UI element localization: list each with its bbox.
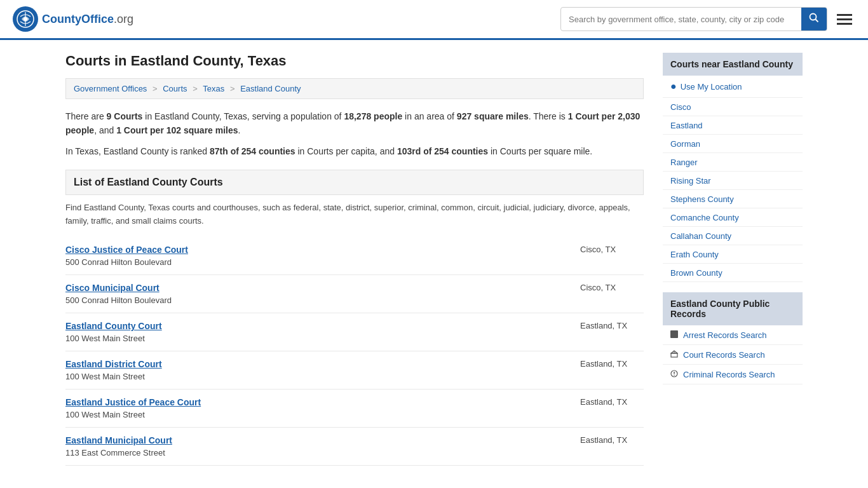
- search-button[interactable]: [801, 8, 827, 30]
- search-bar: [560, 7, 827, 31]
- court-address: 113 East Commerce Street: [65, 448, 165, 458]
- breadcrumb-texas[interactable]: Texas: [203, 84, 224, 93]
- public-record-item[interactable]: Court Records Search: [663, 345, 803, 365]
- rank1: 87th of 254 counties: [210, 146, 295, 156]
- court-icon: [670, 349, 678, 360]
- court-name-link[interactable]: Eastland Municipal Court: [65, 435, 567, 445]
- court-name-link[interactable]: Eastland County Court: [65, 321, 567, 331]
- breadcrumb: Government Offices > Courts > Texas > Ea…: [65, 78, 644, 99]
- court-item: Cisco Municipal Court 500 Conrad Hilton …: [65, 275, 644, 313]
- sidebar-nearby-title: Courts near Eastland County: [663, 53, 803, 76]
- court-info: Cisco Justice of Peace Court 500 Conrad …: [65, 245, 567, 267]
- court-item: Eastland Municipal Court 113 East Commer…: [65, 428, 644, 466]
- court-address: 500 Conrad Hilton Boulevard: [65, 257, 172, 267]
- arrest-icon: [670, 330, 678, 340]
- court-city: Eastland, TX: [567, 435, 644, 445]
- court-item: Cisco Justice of Peace Court 500 Conrad …: [65, 237, 644, 275]
- public-record-item[interactable]: Arrest Records Search: [663, 325, 803, 345]
- header-search-area: [560, 7, 855, 31]
- court-city: Eastland, TX: [567, 397, 644, 407]
- sidebar-city-link[interactable]: Gorman: [670, 139, 700, 149]
- court-address: 100 West Main Street: [65, 334, 145, 343]
- summary-text-1: There are 9 Courts in Eastland County, T…: [65, 109, 644, 138]
- sidebar-city-item[interactable]: Comanche County: [663, 208, 803, 227]
- court-city: Cisco, TX: [567, 283, 644, 292]
- court-item: Eastland County Court 100 West Main Stre…: [65, 313, 644, 351]
- sidebar-city-link[interactable]: Eastland: [670, 121, 703, 130]
- svg-point-10: [674, 375, 675, 376]
- court-info: Eastland District Court 100 West Main St…: [65, 359, 567, 381]
- use-location[interactable]: ● Use My Location: [663, 76, 803, 98]
- breadcrumb-sep-3: >: [230, 84, 237, 93]
- court-item: Eastland Justice of Peace Court 100 West…: [65, 390, 644, 428]
- per-sqmile: 1 Court per 102 square miles: [116, 125, 238, 135]
- court-info: Eastland Municipal Court 113 East Commer…: [65, 435, 567, 458]
- breadcrumb-sep-2: >: [193, 84, 200, 93]
- sidebar-city-item[interactable]: Gorman: [663, 135, 803, 153]
- logo-icon: [13, 6, 38, 32]
- hamburger-menu-button[interactable]: [834, 11, 855, 28]
- sidebar-city-item[interactable]: Stephens County: [663, 190, 803, 208]
- sidebar-city-link[interactable]: Comanche County: [670, 213, 739, 222]
- court-item: Eastland District Court 100 West Main St…: [65, 351, 644, 390]
- sidebar-city-item[interactable]: Callahan County: [663, 227, 803, 245]
- court-address: 100 West Main Street: [65, 410, 145, 419]
- logo-text: CountyOffice.org: [42, 13, 133, 26]
- breadcrumb-gov-offices[interactable]: Government Offices: [74, 84, 147, 93]
- sidebar-city-item[interactable]: Ranger: [663, 153, 803, 172]
- area: 927 square miles: [457, 111, 529, 121]
- svg-rect-5: [671, 353, 677, 357]
- svg-line-4: [816, 20, 818, 22]
- public-record-link[interactable]: Criminal Records Search: [683, 370, 775, 379]
- court-address: 100 West Main Street: [65, 372, 145, 381]
- sidebar-city-link[interactable]: Callahan County: [670, 231, 731, 241]
- svg-point-3: [810, 14, 817, 20]
- list-section-header: List of Eastland County Courts: [65, 170, 644, 195]
- court-name-link[interactable]: Eastland Justice of Peace Court: [65, 397, 567, 407]
- summary-text-2: In Texas, Eastland County is ranked 87th…: [65, 144, 644, 158]
- court-info: Eastland County Court 100 West Main Stre…: [65, 321, 567, 343]
- court-name-link[interactable]: Eastland District Court: [65, 359, 567, 369]
- sidebar-public-records-title: Eastland County Public Records: [663, 292, 803, 325]
- court-count: 9 Courts: [107, 111, 143, 121]
- court-name-link[interactable]: Cisco Municipal Court: [65, 283, 567, 293]
- breadcrumb-sep-1: >: [153, 84, 159, 93]
- sidebar-city-link[interactable]: Rising Star: [670, 176, 711, 186]
- court-city: Eastland, TX: [567, 321, 644, 330]
- breadcrumb-courts[interactable]: Courts: [163, 84, 187, 93]
- page-title: Courts in Eastland County, Texas: [65, 53, 644, 69]
- court-city: Cisco, TX: [567, 245, 644, 254]
- rank2: 103rd of 254 counties: [397, 146, 488, 156]
- public-record-link[interactable]: Court Records Search: [683, 350, 765, 360]
- court-info: Cisco Municipal Court 500 Conrad Hilton …: [65, 283, 567, 305]
- sidebar-city-item[interactable]: Eastland: [663, 116, 803, 135]
- sidebar-city-item[interactable]: Erath County: [663, 245, 803, 264]
- population: 18,278 people: [344, 111, 402, 121]
- sidebar-records-list: Arrest Records Search Court Records Sear…: [663, 325, 803, 384]
- location-icon: ●: [670, 81, 677, 92]
- sidebar: Courts near Eastland County ● Use My Loc…: [663, 53, 803, 466]
- sidebar-city-link[interactable]: Ranger: [670, 158, 698, 167]
- public-record-link[interactable]: Arrest Records Search: [683, 330, 767, 340]
- site-header: CountyOffice.org: [0, 0, 868, 40]
- sidebar-city-link[interactable]: Stephens County: [670, 194, 734, 204]
- sidebar-city-link[interactable]: Cisco: [670, 102, 691, 112]
- sidebar-city-link[interactable]: Brown County: [670, 268, 722, 278]
- sidebar-city-link[interactable]: Erath County: [670, 250, 719, 259]
- courts-list: Cisco Justice of Peace Court 500 Conrad …: [65, 237, 644, 466]
- list-section-desc: Find Eastland County, Texas courts and c…: [65, 201, 644, 228]
- breadcrumb-eastland[interactable]: Eastland County: [240, 84, 301, 93]
- main-wrapper: Courts in Eastland County, Texas Governm…: [53, 40, 815, 478]
- court-address: 500 Conrad Hilton Boulevard: [65, 295, 172, 305]
- public-record-item[interactable]: Criminal Records Search: [663, 365, 803, 384]
- use-location-link[interactable]: Use My Location: [681, 82, 742, 92]
- court-name-link[interactable]: Cisco Justice of Peace Court: [65, 245, 567, 255]
- search-input[interactable]: [561, 10, 801, 29]
- sidebar-cities-list: CiscoEastlandGormanRangerRising StarStep…: [663, 98, 803, 282]
- sidebar-city-item[interactable]: Cisco: [663, 98, 803, 116]
- court-city: Eastland, TX: [567, 359, 644, 369]
- sidebar-city-item[interactable]: Rising Star: [663, 172, 803, 190]
- content-area: Courts in Eastland County, Texas Governm…: [65, 53, 644, 466]
- sidebar-city-item[interactable]: Brown County: [663, 264, 803, 282]
- criminal-icon: [670, 369, 678, 379]
